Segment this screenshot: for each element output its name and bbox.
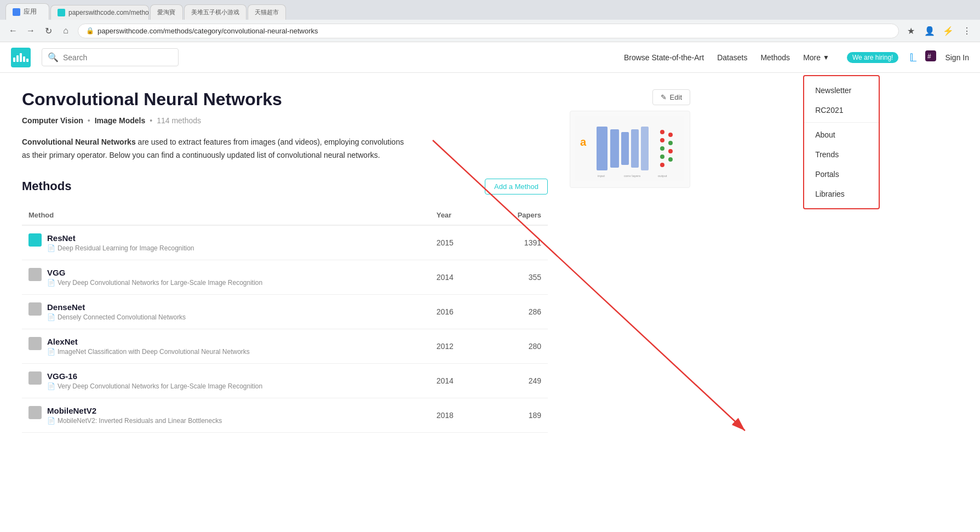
svg-text:output: output [658, 174, 667, 178]
svg-point-17 [668, 157, 673, 162]
paper-icon: 📄 [47, 417, 55, 425]
profile-button[interactable]: 👤 [922, 23, 937, 38]
nav-buttons: ← → ↻ ⌂ [5, 23, 73, 38]
svg-rect-5 [610, 129, 619, 168]
dropdown-rc2021[interactable]: RC2021 [804, 100, 879, 120]
back-button[interactable]: ← [5, 23, 21, 38]
logo-bars [13, 53, 28, 62]
logo-bar-3 [20, 53, 22, 62]
dropdown-about[interactable]: About [804, 125, 879, 145]
nav-datasets[interactable]: Datasets [717, 53, 747, 62]
logo-bar-2 [16, 55, 19, 62]
method-papers-count: 355 [491, 260, 548, 294]
extensions-button[interactable]: ⚡ [941, 23, 956, 38]
bookmark-button[interactable]: ★ [903, 23, 919, 38]
method-paper: 📄 ImageNet Classification with Deep Conv… [47, 348, 250, 356]
method-icon [28, 233, 42, 247]
more-dropdown-trigger[interactable]: More ▼ [803, 53, 829, 62]
more-dropdown-wrapper: More ▼ Newsletter RC2021 About Trends Po… [803, 53, 829, 62]
methods-header: Methods Add a Method [22, 179, 548, 195]
method-year: 2015 [404, 225, 491, 260]
method-year: 2012 [404, 329, 491, 363]
col-year: Year [404, 205, 491, 225]
method-name[interactable]: VGG [47, 268, 262, 277]
page-layout: Convolutional Neural Networks Computer V… [22, 89, 690, 433]
browser-tab-pwc[interactable]: paperswithcode.com/methods... [50, 5, 149, 20]
svg-text:a: a [580, 136, 587, 148]
edit-label: Edit [670, 93, 682, 101]
breadcrumb-subcategory[interactable]: Image Models [95, 116, 146, 125]
method-cell: DenseNet 📄 Densely Connected Convolution… [22, 294, 404, 329]
svg-point-13 [660, 163, 664, 167]
table-row[interactable]: ResNet 📄 Deep Residual Learning for Imag… [22, 225, 548, 260]
dropdown-portals[interactable]: Portals [804, 164, 879, 184]
table-row[interactable]: MobileNetV2 📄 MobileNetV2: Inverted Resi… [22, 398, 548, 432]
search-input[interactable] [63, 53, 173, 62]
method-icon [28, 337, 42, 350]
dropdown-trends[interactable]: Trends [804, 145, 879, 164]
search-box[interactable]: 🔍 [42, 48, 179, 66]
dropdown-libraries[interactable]: Libraries [804, 184, 879, 204]
add-method-button[interactable]: Add a Method [485, 179, 548, 195]
method-name[interactable]: AlexNet [47, 337, 250, 346]
site-logo[interactable] [11, 48, 31, 67]
table-row[interactable]: VGG-16 📄 Very Deep Convolutional Network… [22, 363, 548, 398]
nav-browse[interactable]: Browse State-of-the-Art [624, 53, 704, 62]
nav-links: Browse State-of-the-Art Datasets Methods… [624, 52, 899, 63]
browser-tab[interactable]: 应用 [5, 3, 49, 20]
svg-point-16 [668, 149, 673, 153]
more-label: More [803, 53, 821, 62]
method-name[interactable]: VGG-16 [47, 371, 262, 381]
refresh-button[interactable]: ↻ [41, 23, 56, 38]
address-bar[interactable]: 🔒 paperswithcode.com/methods/category/co… [78, 24, 899, 38]
methods-tbody: ResNet 📄 Deep Residual Learning for Imag… [22, 225, 548, 433]
browser-tab-5[interactable]: 天猫超市 [248, 4, 286, 20]
slack-icon[interactable]: # [925, 50, 936, 64]
menu-button[interactable]: ⋮ [959, 23, 975, 38]
method-name[interactable]: ResNet [47, 233, 194, 243]
browser-tab-extra[interactable]: 愛淘寶 [150, 4, 183, 20]
edit-icon: ✎ [661, 93, 667, 101]
table-row[interactable]: AlexNet 📄 ImageNet Classification with D… [22, 329, 548, 363]
table-row[interactable]: DenseNet 📄 Densely Connected Convolution… [22, 294, 548, 329]
svg-rect-6 [621, 132, 629, 165]
breadcrumb-category[interactable]: Computer Vision [22, 116, 83, 125]
paper-icon: 📄 [47, 244, 55, 252]
sign-in-button[interactable]: Sign In [945, 53, 969, 62]
paper-icon: 📄 [47, 382, 55, 390]
tab-favicon [13, 8, 20, 16]
tab-label: 应用 [24, 7, 37, 16]
paper-icon: 📄 [47, 348, 55, 356]
method-papers-count: 286 [491, 294, 548, 329]
page-title: Convolutional Neural Networks [22, 89, 548, 110]
browser-chrome: 应用 paperswithcode.com/methods... 愛淘寶 美堆五… [0, 0, 980, 42]
hiring-badge[interactable]: We are hiring! [847, 52, 898, 63]
browser-tab-4[interactable]: 美堆五子棋小游戏 [184, 4, 247, 20]
edit-button[interactable]: ✎ Edit [652, 89, 690, 105]
nav-methods[interactable]: Methods [760, 53, 790, 62]
svg-text:#: # [927, 53, 931, 60]
home-button[interactable]: ⌂ [58, 23, 73, 38]
method-papers-count: 249 [491, 363, 548, 398]
method-paper: 📄 MobileNetV2: Inverted Residuals and Li… [47, 417, 222, 425]
method-name[interactable]: DenseNet [47, 302, 186, 312]
paper-icon: 📄 [47, 279, 55, 287]
table-row[interactable]: VGG 📄 Very Deep Convolutional Networks f… [22, 260, 548, 294]
dropdown-divider [804, 122, 879, 123]
header-right: 𝕃 # Sign In [909, 50, 969, 64]
content-main: Convolutional Neural Networks Computer V… [22, 89, 548, 433]
breadcrumb-sep-2: • [150, 116, 152, 125]
tab-label-pwc: paperswithcode.com/methods... [68, 9, 149, 16]
method-papers-count: 280 [491, 329, 548, 363]
table-header: Method Year Papers [22, 205, 548, 225]
description-bold: Convolutional Neural Networks [22, 138, 136, 146]
dropdown-newsletter[interactable]: Newsletter [804, 81, 879, 100]
twitter-icon[interactable]: 𝕃 [909, 51, 916, 64]
svg-point-14 [668, 133, 673, 137]
method-cell: AlexNet 📄 ImageNet Classification with D… [22, 329, 404, 363]
svg-text:conv layers: conv layers [624, 174, 640, 178]
forward-button[interactable]: → [23, 23, 38, 38]
breadcrumb: Computer Vision • Image Models • 114 met… [22, 116, 548, 125]
svg-point-12 [660, 155, 664, 159]
method-name[interactable]: MobileNetV2 [47, 406, 222, 415]
